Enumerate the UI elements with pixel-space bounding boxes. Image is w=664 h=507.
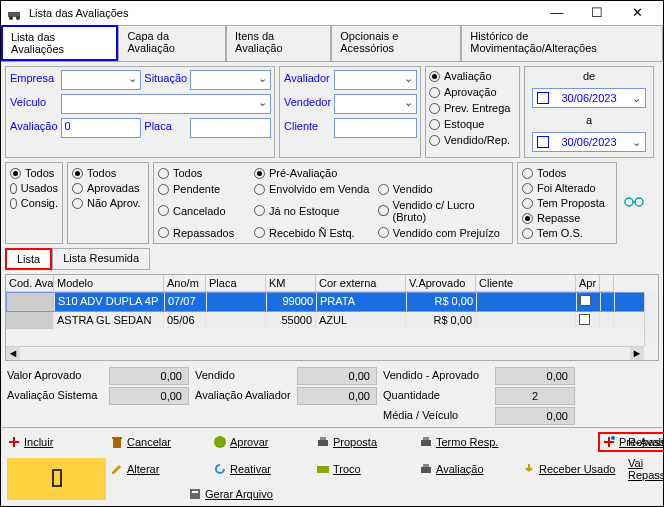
svg-rect-12	[423, 437, 429, 440]
col-placa[interactable]: Placa	[206, 275, 266, 292]
rg4-todos[interactable]: Todos	[522, 167, 612, 179]
svg-rect-16	[317, 466, 329, 473]
svg-rect-20	[192, 491, 198, 493]
vendedor-select[interactable]	[334, 94, 417, 114]
search-button[interactable]	[621, 162, 647, 244]
col-apr[interactable]: Apr	[576, 275, 600, 292]
tab-lista[interactable]: Lista	[5, 248, 52, 270]
minimize-button[interactable]: —	[537, 1, 577, 25]
rg3-vendido-lucro[interactable]: Vendido c/ Lucro (Bruto)	[378, 199, 508, 224]
apr-checkbox[interactable]	[580, 295, 591, 306]
gerar-arquivo-button[interactable]: Gerar Arquivo	[186, 486, 286, 502]
scope-aprovacao[interactable]: Aprovação	[429, 86, 516, 98]
quantidade-label: Quantidade	[381, 387, 491, 405]
rg3-vendido[interactable]: Vendido	[378, 183, 508, 196]
svg-rect-14	[54, 471, 60, 485]
receber-button[interactable]: Receber Usado	[520, 456, 623, 482]
rg4-repasse[interactable]: Repasse	[522, 212, 612, 224]
termo-button[interactable]: Termo Resp.	[417, 432, 520, 452]
rg3-preaval[interactable]: Pré-Avaliação	[254, 167, 375, 180]
placa-input[interactable]	[190, 118, 271, 138]
close-button[interactable]: ✕	[617, 1, 657, 25]
troco-button[interactable]: Troco	[314, 456, 417, 482]
aprovar-button[interactable]: Aprovar	[211, 432, 314, 452]
vertical-scrollbar[interactable]	[644, 292, 658, 346]
rg3-cancelado[interactable]: Cancelado	[158, 199, 251, 224]
avaliador-select[interactable]	[334, 70, 417, 90]
svg-point-2	[16, 16, 20, 20]
exit-button[interactable]	[7, 458, 106, 500]
col-cliente[interactable]: Cliente	[476, 275, 576, 292]
scope-prev-entrega[interactable]: Prev. Entrega	[429, 102, 516, 114]
scope-vendido-rep[interactable]: Vendido/Rep.	[429, 134, 516, 146]
rg3-todos[interactable]: Todos	[158, 167, 251, 180]
tab-lista-resumida[interactable]: Lista Resumida	[52, 248, 150, 270]
alterar-button[interactable]: Alterar	[108, 456, 211, 482]
rg4-alterado[interactable]: Foi Alterado	[522, 182, 612, 194]
tab-historico[interactable]: Histórico de Movimentação/Alterações	[461, 25, 663, 61]
scope-avaliacao[interactable]: Avaliação	[429, 70, 516, 82]
rg4-proposta[interactable]: Tem Proposta	[522, 197, 612, 209]
date-from[interactable]: 30/06/2023	[532, 88, 646, 108]
rg1-todos[interactable]: Todos	[10, 167, 58, 179]
rg3-ja-estoque[interactable]: Já no Estoque	[254, 199, 375, 224]
col-cor[interactable]: Cor externa	[316, 275, 406, 292]
horizontal-scrollbar[interactable]: ◄ ►	[6, 346, 644, 360]
tab-capa[interactable]: Capa da Avaliação	[118, 25, 226, 61]
incluir-button[interactable]: Incluir	[5, 432, 108, 452]
vai-repassar-button[interactable]: Vai Repassar	[623, 456, 659, 482]
scroll-right-icon[interactable]: ►	[630, 347, 644, 361]
veiculo-select[interactable]	[61, 94, 272, 114]
rg2-todos[interactable]: Todos	[72, 167, 144, 179]
col-cod[interactable]: Cod. Aval	[6, 275, 54, 292]
col-modelo[interactable]: Modelo	[54, 275, 164, 292]
data-grid[interactable]: Cod. Aval Modelo Ano/m Placa KM Cor exte…	[5, 274, 659, 361]
tab-lista-avaliacoes[interactable]: Lista das Avaliações	[1, 25, 118, 61]
filter-group-main: Empresa Situação Veículo Avaliação 0 Pla…	[5, 66, 275, 158]
maximize-button[interactable]: ☐	[577, 1, 617, 25]
empresa-select[interactable]	[61, 70, 142, 90]
date-from-label: de	[528, 70, 650, 82]
situacao-label: Situação	[143, 70, 188, 90]
table-row[interactable]: S10 ADV DUPLA 4P07/07 99000 PRATAR$ 0,00	[6, 292, 658, 312]
rg3-pendente[interactable]: Pendente	[158, 183, 251, 196]
rg3-vendido-prej[interactable]: Vendido com Prejuízo	[378, 226, 508, 239]
cliente-input[interactable]	[334, 118, 417, 138]
rg3-envolvido[interactable]: Envolvido em Venda	[254, 183, 375, 196]
svg-point-1	[9, 16, 13, 20]
rg3-repassados[interactable]: Repassados	[158, 226, 251, 239]
valor-aprovado-value: 0,00	[109, 367, 189, 385]
col-km[interactable]: KM	[266, 275, 316, 292]
apr-checkbox[interactable]	[579, 314, 590, 325]
rg4-tem-os[interactable]: Tem O.S.	[522, 227, 612, 239]
col-vaprovado[interactable]: V.Aprovado	[406, 275, 476, 292]
rg3-recebido[interactable]: Recebido Ñ Estq.	[254, 226, 375, 239]
table-row[interactable]: ASTRA GL SEDAN05/06 55000 AZULR$ 0,00	[6, 312, 658, 329]
tab-itens[interactable]: Itens da Avaliação	[226, 25, 331, 61]
file-icon	[188, 487, 202, 501]
svg-rect-17	[421, 467, 431, 473]
date-to[interactable]: 30/06/2023	[532, 132, 646, 152]
avaliacao-input[interactable]: 0	[61, 118, 142, 138]
rg1-consig[interactable]: Consig.	[10, 197, 58, 209]
svg-rect-18	[423, 464, 429, 467]
preavaliacao-button[interactable]: Pré-Avaliação	[598, 432, 664, 452]
titlebar: Lista das Avaliações — ☐ ✕	[1, 1, 663, 25]
rg2-nao-aprov[interactable]: Não Aprov.	[72, 197, 144, 209]
printer-icon	[316, 435, 330, 449]
tab-opcionais[interactable]: Opcionais e Acessórios	[331, 25, 461, 61]
avaliacao-button[interactable]: Avaliação	[417, 456, 520, 482]
col-ano[interactable]: Ano/m	[164, 275, 206, 292]
approve-icon	[213, 435, 227, 449]
scope-estoque[interactable]: Estoque	[429, 118, 516, 130]
rg2-aprovadas[interactable]: Aprovadas	[72, 182, 144, 194]
proposta-button[interactable]: Proposta	[314, 432, 417, 452]
valor-aprovado-label: Valor Aprovado	[5, 367, 105, 385]
totals-panel: Valor Aprovado 0,00 Vendido 0,00 Vendido…	[5, 367, 659, 425]
placa-label: Placa	[143, 118, 188, 138]
situacao-select[interactable]	[190, 70, 271, 90]
scroll-left-icon[interactable]: ◄	[6, 347, 20, 361]
cancelar-button[interactable]: Cancelar	[108, 432, 211, 452]
reativar-button[interactable]: Reativar	[211, 456, 314, 482]
rg1-usados[interactable]: Usados	[10, 182, 58, 194]
